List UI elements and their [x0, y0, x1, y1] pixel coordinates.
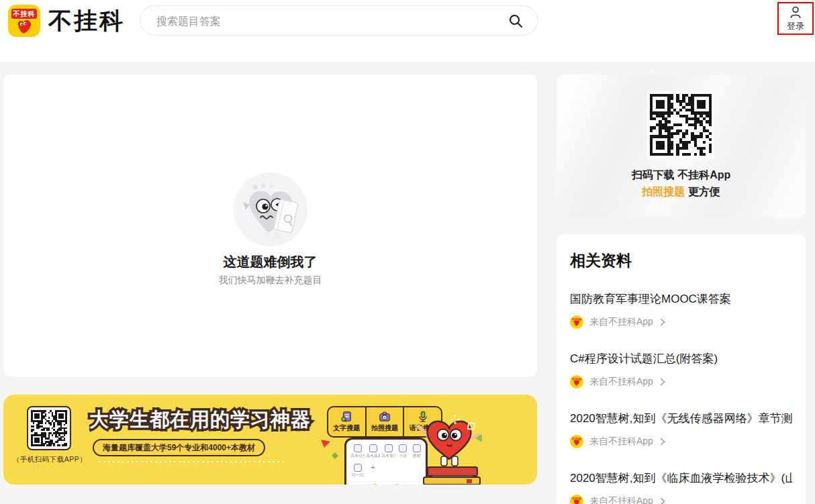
app-logo-icon: 不挂科 [570, 315, 583, 329]
square-outline-decoration [467, 421, 476, 431]
page: 不挂科 不挂科 登录 [0, 0, 815, 504]
banner-qr-code [31, 410, 67, 446]
related-materials-card: 相关资料 国防教育军事理论MOOC课答案 不挂科 来自不挂科App C#程序设计… [557, 234, 806, 504]
banner-qr-caption: （手机扫码下载APP） [9, 455, 91, 464]
related-item-source[interactable]: 不挂科 来自不挂科App [570, 315, 792, 329]
empty-state-subtitle: 我们快马加鞭去补充题目 [3, 274, 537, 287]
app-logo-icon: 不挂科 [570, 495, 583, 504]
related-item-title[interactable]: 2020智慧树,知到《无线传感器网络》章节测… [570, 411, 792, 426]
banner-headline: 大学生都在用的学习神器 大学生都在用的学习神器 [89, 407, 324, 434]
search-input[interactable] [155, 7, 507, 36]
app-promo-banner[interactable]: （手机扫码下载APP） 大学生都在用的学习神器 大学生都在用的学习神器 海量题库… [3, 395, 537, 485]
text-search-icon [340, 411, 352, 423]
banner-qr-frame [27, 406, 71, 450]
related-item-title[interactable]: 2020智慧树,知到《临床血液学检验技术》(山… [570, 470, 792, 486]
sparkle-decoration [450, 415, 460, 424]
related-item-title[interactable]: 国防教育军事理论MOOC课答案 [570, 291, 792, 307]
phone-nav-home-icon [372, 484, 378, 485]
svg-text:不挂科: 不挂科 [571, 317, 583, 321]
app-logo-icon: 不挂科 [570, 375, 583, 389]
related-item: 2020智慧树,知到《临床血液学检验技术》(山… 不挂科 来自不挂科App [570, 470, 792, 504]
search-bar [140, 5, 538, 36]
heart-mascot-on-books [405, 416, 493, 485]
search-icon[interactable] [508, 13, 524, 29]
brand-logo[interactable]: 不挂科 不挂科 [8, 5, 125, 37]
login-button[interactable]: 登录 [777, 2, 814, 35]
qr-card-highlight: 拍照搜题 [642, 186, 685, 197]
chevron-right-icon [659, 497, 665, 504]
svg-text:不挂科: 不挂科 [571, 497, 583, 501]
camera-search-icon [379, 411, 391, 423]
red-triangle-decoration [320, 439, 331, 448]
logo-badge: 不挂科 [11, 9, 37, 19]
empty-state-title: 这道题难倒我了 [3, 253, 537, 271]
feature-photo-search: 拍照搜题 [365, 407, 403, 436]
user-icon [788, 5, 803, 19]
related-item: 国防教育军事理论MOOC课答案 不挂科 来自不挂科App [570, 291, 792, 329]
download-qr-card: 扫码下载 不挂科App 拍照搜题 更方便 [557, 74, 806, 218]
svg-text:不挂科: 不挂科 [571, 377, 583, 381]
related-item-title[interactable]: C#程序设计试题汇总(附答案) [570, 351, 792, 366]
result-card: 这道题难倒我了 我们快马加鞭去补充题目 [3, 74, 537, 376]
header: 不挂科 不挂科 登录 [0, 0, 815, 62]
feature-text-search: 文字搜题 [328, 407, 365, 436]
green-diamond-decoration [332, 452, 338, 459]
brand-name: 不挂科 [48, 5, 125, 37]
heart-icon [16, 19, 33, 34]
empty-state-illustration [234, 172, 307, 246]
mascot-shark-icon [234, 172, 307, 246]
phone-nav-profile-icon [394, 484, 400, 485]
related-item-source[interactable]: 不挂科 来自不挂科App [570, 375, 792, 389]
banner-badge: 海量题库覆盖大学59个专业和4000+本教材 [93, 439, 265, 456]
plus-icon: + [366, 464, 380, 478]
app-logo-icon: 不挂科 [570, 435, 583, 448]
chevron-right-icon [659, 318, 665, 326]
related-item: C#程序设计试题汇总(附答案) 不挂科 来自不挂科App [570, 351, 792, 389]
chevron-right-icon [659, 438, 665, 446]
green-triangle-decoration [475, 434, 483, 443]
brand-logo-icon: 不挂科 [8, 5, 40, 37]
login-label: 登录 [787, 20, 804, 32]
related-item: 2020智慧树,知到《无线传感器网络》章节测… 不挂科 来自不挂科App [570, 411, 792, 448]
chevron-right-icon [659, 378, 665, 386]
dotted-divider [97, 460, 285, 463]
qr-card-line2: 拍照搜题 更方便 [557, 185, 806, 199]
related-title: 相关资料 [570, 250, 792, 271]
qr-card-line1: 扫码下载 不挂科App [557, 168, 806, 183]
download-qr-code [647, 91, 714, 158]
svg-text:不挂科: 不挂科 [571, 437, 583, 441]
related-item-source[interactable]: 不挂科 来自不挂科App [570, 495, 792, 504]
related-item-source[interactable]: 不挂科 来自不挂科App [570, 435, 792, 448]
